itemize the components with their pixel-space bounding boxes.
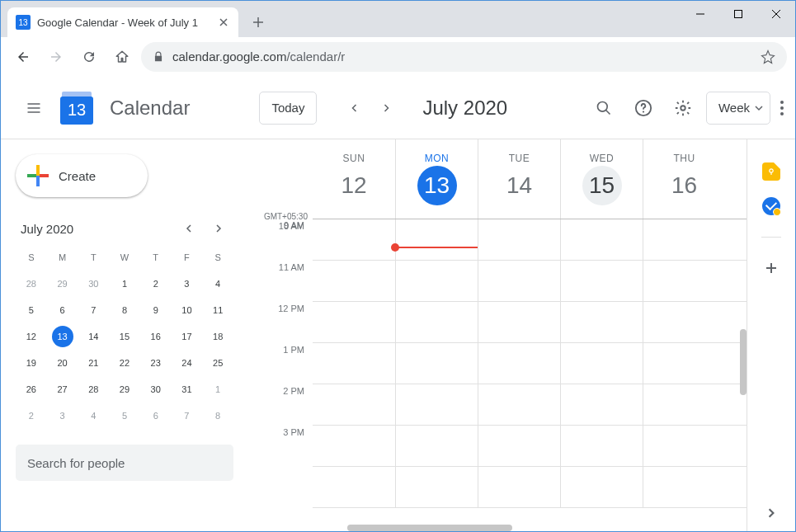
mini-day-cell[interactable]: 4 — [202, 271, 233, 296]
prev-period-button[interactable] — [340, 93, 370, 123]
mini-day-cell[interactable]: 24 — [172, 351, 203, 375]
time-cell[interactable] — [643, 261, 725, 301]
time-cell[interactable] — [395, 219, 478, 260]
mini-day-cell[interactable]: 31 — [172, 377, 203, 402]
window-close-button[interactable] — [757, 1, 795, 27]
mini-day-cell[interactable]: 15 — [109, 324, 140, 349]
day-column-header[interactable]: SUN12 — [313, 139, 395, 219]
mini-day-cell[interactable]: 29 — [47, 271, 78, 296]
mini-day-cell[interactable]: 25 — [202, 351, 233, 375]
mini-day-cell[interactable]: 28 — [78, 377, 109, 402]
time-cell[interactable] — [395, 302, 478, 342]
time-cell[interactable] — [478, 384, 560, 425]
time-cell[interactable] — [478, 426, 560, 466]
tasks-icon[interactable] — [762, 197, 780, 215]
mini-day-cell[interactable]: 3 — [172, 271, 203, 296]
mini-day-cell[interactable]: 17 — [172, 324, 203, 349]
time-cell[interactable] — [478, 261, 560, 301]
time-cell[interactable] — [560, 467, 643, 507]
time-cell[interactable] — [313, 426, 395, 466]
mini-day-cell[interactable]: 12 — [16, 324, 47, 349]
time-cell[interactable] — [313, 384, 395, 425]
mini-prev-button[interactable] — [179, 219, 199, 238]
back-button[interactable] — [9, 43, 37, 71]
time-cell[interactable] — [313, 467, 395, 507]
mini-day-cell[interactable]: 8 — [109, 298, 140, 322]
mini-day-cell[interactable]: 11 — [202, 298, 233, 322]
mini-day-cell[interactable]: 6 — [140, 403, 172, 428]
time-cell[interactable] — [395, 384, 478, 425]
time-cell[interactable] — [643, 343, 725, 384]
time-cell[interactable] — [560, 426, 643, 466]
collapse-panel-button[interactable] — [766, 508, 776, 518]
mini-day-cell[interactable]: 19 — [16, 351, 47, 375]
main-menu-button[interactable] — [17, 92, 50, 125]
mini-day-cell[interactable]: 29 — [109, 377, 140, 402]
time-cell[interactable] — [478, 302, 560, 342]
mini-day-cell[interactable]: 5 — [109, 403, 140, 428]
mini-day-cell[interactable]: 16 — [140, 324, 172, 349]
mini-day-cell[interactable]: 3 — [47, 403, 78, 428]
time-cell[interactable] — [395, 426, 478, 466]
time-cell[interactable] — [313, 261, 395, 301]
time-cell[interactable] — [560, 384, 643, 425]
day-column-header[interactable]: THU16 — [643, 139, 725, 219]
mini-day-cell[interactable]: 9 — [140, 298, 172, 322]
mini-day-cell[interactable]: 18 — [202, 324, 233, 349]
mini-day-cell[interactable]: 13 — [52, 326, 73, 347]
more-apps-button[interactable] — [780, 101, 785, 115]
day-number[interactable]: 16 — [665, 166, 704, 205]
today-button[interactable]: Today — [259, 92, 317, 125]
time-cell[interactable] — [643, 467, 725, 507]
mini-day-cell[interactable]: 7 — [172, 403, 203, 428]
mini-day-cell[interactable]: 4 — [78, 403, 109, 428]
addons-button[interactable] — [762, 259, 780, 277]
day-column-header[interactable]: TUE14 — [478, 139, 560, 219]
search-people-input[interactable]: Search for people — [16, 445, 233, 481]
mini-day-cell[interactable]: 14 — [78, 324, 109, 349]
mini-day-cell[interactable]: 1 — [202, 377, 233, 402]
close-tab-icon[interactable] — [217, 16, 230, 29]
mini-day-cell[interactable]: 20 — [47, 351, 78, 375]
time-cell[interactable] — [478, 343, 560, 384]
day-number[interactable]: 12 — [334, 166, 374, 205]
bookmark-star-icon[interactable] — [761, 49, 775, 64]
next-period-button[interactable] — [371, 93, 401, 123]
mini-day-cell[interactable]: 21 — [78, 351, 109, 375]
window-maximize-button[interactable] — [719, 1, 757, 27]
day-number[interactable]: 15 — [582, 166, 622, 205]
address-bar[interactable]: calendar.google.com/calendar/r — [141, 42, 787, 72]
mini-day-cell[interactable]: 2 — [16, 403, 47, 428]
day-number[interactable]: 13 — [417, 166, 457, 205]
home-button[interactable] — [108, 43, 136, 71]
time-cell[interactable] — [478, 467, 560, 507]
time-cell[interactable] — [560, 343, 643, 384]
mini-day-cell[interactable]: 7 — [78, 298, 109, 322]
mini-day-cell[interactable]: 23 — [140, 351, 172, 375]
time-cell[interactable] — [560, 261, 643, 301]
time-cell[interactable] — [643, 426, 725, 466]
create-button[interactable]: Create — [16, 154, 148, 197]
reload-button[interactable] — [75, 43, 103, 71]
mini-day-cell[interactable]: 30 — [78, 271, 109, 296]
mini-day-cell[interactable]: 28 — [16, 271, 47, 296]
mini-day-cell[interactable]: 8 — [202, 403, 233, 428]
mini-day-cell[interactable]: 27 — [47, 377, 78, 402]
day-column-header[interactable]: WED15 — [560, 139, 643, 219]
mini-day-cell[interactable]: 2 — [140, 271, 172, 296]
time-cell[interactable] — [313, 343, 395, 384]
time-cell[interactable] — [313, 302, 395, 342]
mini-day-cell[interactable]: 6 — [47, 298, 78, 322]
mini-day-cell[interactable]: 22 — [109, 351, 140, 375]
mini-day-cell[interactable]: 30 — [140, 377, 172, 402]
time-cell[interactable] — [313, 219, 395, 260]
settings-button[interactable] — [666, 92, 699, 125]
time-cell[interactable] — [478, 219, 560, 260]
day-number[interactable]: 14 — [500, 166, 539, 205]
time-cell[interactable] — [643, 219, 725, 260]
browser-tab[interactable]: 13 Google Calendar - Week of July 1 — [7, 7, 238, 37]
time-cell[interactable] — [395, 343, 478, 384]
search-button[interactable] — [587, 92, 620, 125]
help-button[interactable] — [627, 92, 660, 125]
new-tab-button[interactable] — [247, 11, 270, 34]
